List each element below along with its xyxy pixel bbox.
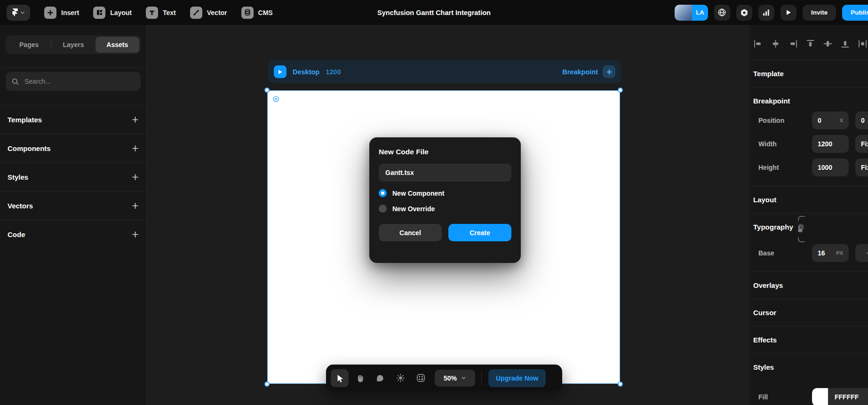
user-group[interactable]: LA (675, 5, 708, 21)
cursor-section-heading[interactable]: Cursor (753, 299, 868, 326)
theme-tool-button[interactable] (391, 369, 409, 387)
text-button[interactable]: Text (146, 7, 176, 19)
fill-color-value: FFFFFF (835, 393, 859, 401)
add-plus-icon[interactable] (132, 202, 139, 209)
new-code-file-dialog: New Code File New Component New Override… (369, 137, 521, 263)
cms-button[interactable]: CMS (241, 7, 273, 19)
add-plus-icon[interactable] (132, 231, 139, 238)
analytics-button[interactable] (758, 5, 774, 21)
select-tool-button[interactable] (331, 369, 349, 387)
add-plus-icon[interactable] (132, 116, 139, 123)
resize-handle-bottom-right[interactable] (618, 381, 623, 387)
sidebar-item-styles[interactable]: Styles (6, 163, 141, 191)
breakpoint-device-label[interactable]: Desktop (293, 68, 319, 76)
align-left-icon[interactable] (753, 39, 763, 48)
left-sidebar: Pages Layers Assets Templates Components (0, 25, 147, 405)
layout-button[interactable]: Layout (93, 7, 132, 19)
insert-menu-tool-button[interactable] (412, 369, 430, 387)
chevron-down-icon (461, 375, 466, 381)
link-dimensions-icon[interactable] (795, 214, 805, 244)
add-breakpoint-button[interactable] (603, 65, 615, 78)
comment-tool-button[interactable] (371, 369, 389, 387)
align-top-icon[interactable] (805, 39, 815, 48)
globe-icon (717, 8, 726, 17)
search-input[interactable] (24, 77, 135, 86)
vector-button[interactable]: Vector (190, 7, 227, 19)
breakpoint-bar[interactable]: Desktop 1200 Breakpoint (268, 60, 621, 83)
height-mode-select[interactable]: Fixed (855, 159, 868, 176)
typography-section-heading[interactable]: Typography (753, 214, 868, 240)
resize-handle-top-left[interactable] (264, 87, 270, 93)
radio-unselected-icon[interactable] (379, 205, 387, 213)
sidebar-item-components[interactable]: Components (6, 134, 141, 162)
top-navbar: Insert Layout Text Vector (0, 0, 868, 25)
align-center-horizontal-icon[interactable] (771, 39, 780, 48)
base-size-field[interactable]: 16 PX (812, 244, 849, 262)
align-bottom-icon[interactable] (840, 39, 850, 48)
tab-layers[interactable]: Layers (51, 37, 95, 53)
height-field[interactable]: 1000 (812, 159, 849, 176)
decrement-button[interactable] (855, 250, 868, 256)
zoom-select[interactable]: 50% (435, 370, 475, 387)
preview-button[interactable] (780, 5, 796, 21)
plugins-button[interactable] (736, 5, 752, 21)
create-button[interactable]: Create (448, 224, 511, 241)
position-x-suffix: X (840, 118, 843, 123)
distribute-horizontal-icon[interactable] (858, 39, 868, 48)
user-initials-badge[interactable]: LA (692, 5, 708, 21)
styles-heading-label: Styles (753, 363, 774, 371)
pan-tool-button[interactable] (351, 369, 369, 387)
sidebar-item-vectors[interactable]: Vectors (6, 191, 141, 220)
add-plus-icon[interactable] (132, 145, 139, 152)
zoom-level: 50% (444, 374, 457, 382)
breakpoint-target-icon (272, 95, 279, 103)
cursor-heading-label: Cursor (753, 309, 776, 317)
site-settings-button[interactable] (714, 5, 730, 21)
fill-color-swatch[interactable] (812, 388, 828, 405)
effects-section-heading[interactable]: Effects (753, 326, 868, 353)
upgrade-now-button[interactable]: Upgrade Now (488, 369, 546, 387)
hand-icon (356, 374, 364, 382)
styles-section-heading[interactable]: Styles (753, 354, 868, 381)
width-mode-select[interactable]: Fixed (855, 135, 868, 153)
breakpoint-play-button[interactable] (274, 65, 287, 78)
width-label: Width (758, 140, 805, 148)
layout-section-heading[interactable]: Layout (753, 186, 868, 213)
resize-handle-bottom-left[interactable] (264, 381, 270, 387)
width-field[interactable]: 1200 (812, 135, 849, 153)
option-new-override[interactable]: New Override (379, 205, 511, 213)
tab-pages[interactable]: Pages (7, 37, 51, 53)
cancel-button[interactable]: Cancel (379, 224, 442, 241)
sidebar-item-code[interactable]: Code (6, 220, 141, 248)
framer-menu-button[interactable] (7, 5, 30, 21)
asset-search (6, 72, 141, 91)
canvas-toolbar: 50% Upgrade Now (326, 365, 562, 391)
sidebar-divider (0, 67, 146, 68)
sidebar-item-templates[interactable]: Templates (6, 105, 141, 134)
section-label: Code (8, 230, 25, 238)
overlays-section-heading[interactable]: Overlays (753, 272, 868, 299)
canvas-area[interactable]: Desktop 1200 Breakpoint New Code File (147, 25, 749, 405)
align-middle-vertical-icon[interactable] (823, 39, 833, 48)
insert-button[interactable]: Insert (44, 7, 79, 19)
position-label: Position (758, 117, 805, 124)
overlays-heading-label: Overlays (753, 281, 783, 289)
base-label: Base (758, 249, 805, 257)
add-plus-icon[interactable] (132, 174, 139, 181)
position-y-field[interactable]: 0 (855, 111, 868, 129)
resize-handle-top-right[interactable] (618, 87, 623, 93)
template-section-heading[interactable]: Template (753, 60, 868, 87)
radio-selected-icon[interactable] (379, 189, 387, 197)
fill-color-field[interactable]: FFFFFF (812, 388, 868, 405)
filename-input[interactable] (379, 164, 511, 182)
position-row: Position 0 X 0 (749, 111, 868, 129)
position-x-field[interactable]: 0 X (812, 111, 849, 129)
fill-label: Fill (758, 393, 805, 401)
tab-assets[interactable]: Assets (96, 37, 139, 53)
invite-button[interactable]: Invite (803, 5, 836, 21)
publish-button[interactable]: Publish (842, 5, 868, 21)
option-new-component[interactable]: New Component (379, 189, 511, 197)
align-right-icon[interactable] (788, 39, 798, 48)
user-avatar[interactable] (675, 5, 692, 21)
template-heading-label: Template (753, 70, 784, 78)
